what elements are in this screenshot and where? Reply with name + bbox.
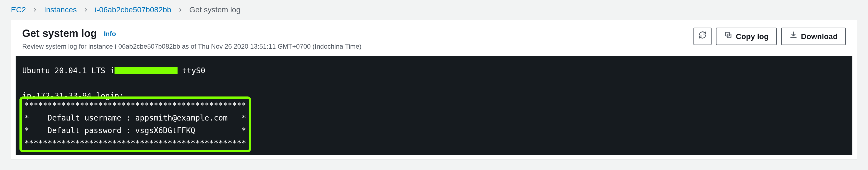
log-line-border: ****************************************… (22, 137, 246, 150)
chevron-right-icon (83, 7, 88, 12)
log-line-border: ****************************************… (22, 99, 246, 112)
system-log-output[interactable]: Ubuntu 20.04.1 LTS i ttyS0 ip-172-31-33-… (16, 56, 852, 155)
panel-header: Get system log Info Review system log fo… (11, 20, 857, 56)
breadcrumb: EC2 Instances i-06ab2cbe507b082bb Get sy… (0, 0, 868, 20)
system-log-panel: Get system log Info Review system log fo… (11, 20, 857, 160)
chevron-right-icon (32, 7, 37, 12)
breadcrumb-link-instances[interactable]: Instances (44, 5, 77, 14)
breadcrumb-current: Get system log (189, 5, 241, 14)
copy-log-button[interactable]: Copy log (716, 28, 777, 45)
log-line-username: * Default username : appsmith@example.co… (22, 112, 246, 124)
log-blank (22, 77, 846, 90)
log-line: Ubuntu 20.04.1 LTS i ttyS0 (22, 65, 846, 77)
terminal-container: Ubuntu 20.04.1 LTS i ttyS0 ip-172-31-33-… (11, 56, 857, 159)
redacted-hostname (115, 67, 178, 74)
title-block: Get system log Info Review system log fo… (22, 28, 362, 50)
page-title: Get system log (22, 28, 97, 39)
info-link[interactable]: Info (104, 30, 116, 37)
copy-log-label: Copy log (736, 31, 769, 42)
breadcrumb-link-ec2[interactable]: EC2 (11, 5, 26, 14)
credentials-highlight: ****************************************… (20, 96, 251, 153)
refresh-button[interactable] (693, 28, 712, 45)
refresh-icon (699, 31, 707, 42)
copy-icon (724, 31, 733, 42)
download-button[interactable]: Download (781, 28, 846, 45)
action-bar: Copy log Download (693, 28, 846, 45)
page-subtitle: Review system log for instance i-06ab2cb… (22, 43, 362, 50)
chevron-right-icon (178, 7, 183, 12)
log-line-password: * Default password : vsgsX6DGtFFKQ * (22, 124, 246, 137)
breadcrumb-link-instance-id[interactable]: i-06ab2cbe507b082bb (95, 5, 171, 14)
download-icon (789, 31, 798, 42)
download-label: Download (801, 31, 838, 42)
